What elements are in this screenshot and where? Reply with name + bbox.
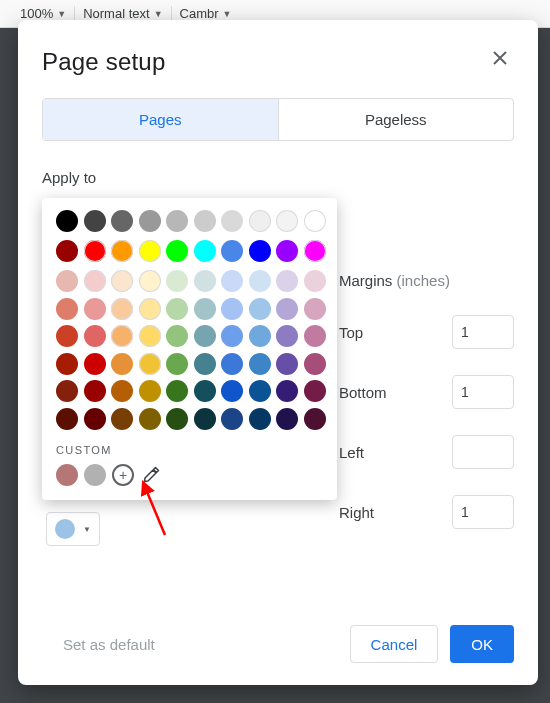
tab-pages[interactable]: Pages [43,99,278,140]
color-swatch[interactable] [84,353,106,375]
color-swatch[interactable] [139,298,161,320]
color-swatch[interactable] [111,240,133,262]
color-swatch[interactable] [84,408,106,430]
color-swatch[interactable] [56,380,78,402]
color-swatch[interactable] [56,210,78,232]
color-swatch[interactable] [249,353,271,375]
color-swatch[interactable] [139,380,161,402]
color-swatch[interactable] [111,380,133,402]
close-button[interactable] [490,48,510,68]
margin-left-input[interactable] [452,435,514,469]
color-swatch[interactable] [221,298,243,320]
color-swatch[interactable] [166,408,188,430]
color-swatch[interactable] [139,210,161,232]
color-swatch[interactable] [111,353,133,375]
color-swatch[interactable] [166,353,188,375]
color-swatch[interactable] [56,325,78,347]
zoom-dropdown[interactable]: 100% ▼ [20,6,66,21]
margin-bottom-input[interactable] [452,375,514,409]
paragraph-style-dropdown[interactable]: Normal text ▼ [83,6,162,21]
color-swatch[interactable] [276,298,298,320]
color-swatch[interactable] [304,298,326,320]
ok-button[interactable]: OK [450,625,514,663]
color-swatch[interactable] [276,408,298,430]
color-swatch[interactable] [84,240,106,262]
font-dropdown[interactable]: Cambr ▼ [180,6,232,21]
color-swatch[interactable] [304,240,326,262]
color-swatch[interactable] [84,380,106,402]
color-swatch[interactable] [304,210,326,232]
color-swatch[interactable] [166,270,188,292]
color-swatch[interactable] [84,464,106,486]
color-swatch[interactable] [56,298,78,320]
color-swatch[interactable] [249,210,271,232]
color-swatch[interactable] [166,325,188,347]
margin-bottom-label: Bottom [339,384,387,401]
margin-top-input[interactable] [452,315,514,349]
color-swatch[interactable] [221,210,243,232]
color-swatch[interactable] [84,298,106,320]
color-swatch[interactable] [111,408,133,430]
color-swatch[interactable] [249,380,271,402]
color-swatch[interactable] [276,353,298,375]
color-swatch[interactable] [221,408,243,430]
color-swatch[interactable] [56,270,78,292]
eyedropper-button[interactable] [140,464,162,486]
color-swatch[interactable] [304,270,326,292]
color-swatch[interactable] [139,353,161,375]
color-swatch[interactable] [249,408,271,430]
cancel-button[interactable]: Cancel [350,625,439,663]
color-swatch[interactable] [194,298,216,320]
color-swatch[interactable] [194,270,216,292]
color-swatch[interactable] [166,240,188,262]
color-swatch[interactable] [249,325,271,347]
color-swatch[interactable] [56,408,78,430]
color-swatch[interactable] [194,325,216,347]
color-swatch[interactable] [249,298,271,320]
color-swatch[interactable] [304,408,326,430]
color-swatch[interactable] [194,408,216,430]
eyedropper-icon [142,466,160,484]
color-swatch[interactable] [276,210,298,232]
color-swatch[interactable] [304,325,326,347]
color-swatch[interactable] [249,240,271,262]
color-swatch[interactable] [111,298,133,320]
color-swatch[interactable] [276,240,298,262]
color-swatch[interactable] [139,408,161,430]
color-swatch[interactable] [276,325,298,347]
color-swatch[interactable] [194,240,216,262]
color-swatch[interactable] [111,210,133,232]
color-swatch[interactable] [249,270,271,292]
color-swatch[interactable] [276,380,298,402]
add-custom-color-button[interactable]: + [112,464,134,486]
color-swatch[interactable] [221,240,243,262]
color-swatch[interactable] [194,380,216,402]
color-swatch[interactable] [56,464,78,486]
color-swatch[interactable] [166,380,188,402]
page-color-dropdown[interactable]: ▼ [46,512,100,546]
color-swatch[interactable] [221,380,243,402]
color-swatch[interactable] [139,325,161,347]
color-swatch[interactable] [194,353,216,375]
color-swatch[interactable] [221,270,243,292]
color-swatch[interactable] [139,270,161,292]
color-swatch[interactable] [56,240,78,262]
color-swatch[interactable] [84,270,106,292]
color-swatch[interactable] [194,210,216,232]
color-swatch[interactable] [304,380,326,402]
color-swatch[interactable] [276,270,298,292]
color-swatch[interactable] [166,298,188,320]
margin-right-input[interactable] [452,495,514,529]
color-swatch[interactable] [84,325,106,347]
tab-pageless[interactable]: Pageless [278,99,514,140]
color-swatch[interactable] [304,353,326,375]
color-swatch[interactable] [84,210,106,232]
color-swatch[interactable] [111,325,133,347]
set-default-button[interactable]: Set as default [42,625,176,663]
color-swatch[interactable] [221,325,243,347]
color-swatch[interactable] [221,353,243,375]
color-swatch[interactable] [139,240,161,262]
color-swatch[interactable] [166,210,188,232]
color-swatch[interactable] [56,353,78,375]
color-swatch[interactable] [111,270,133,292]
